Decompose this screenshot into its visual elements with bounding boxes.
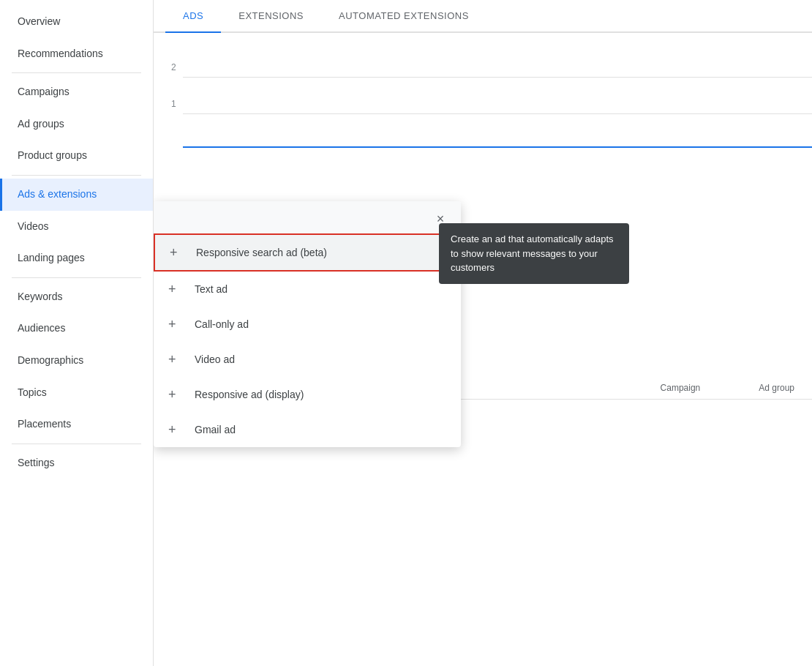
dropdown-item-label: Responsive ad (display) — [195, 389, 304, 400]
sidebar-divider — [12, 72, 141, 73]
plus-icon: + — [170, 245, 184, 260]
dropdown-item-label: Call-only ad — [195, 318, 249, 330]
sidebar-divider — [12, 175, 141, 176]
chart-area: 2 1 — [154, 33, 812, 179]
sidebar-item-campaigns[interactable]: Campaigns — [0, 76, 153, 108]
chart-blue-line — [183, 146, 812, 148]
sidebar: OverviewRecommendationsCampaignsAd group… — [0, 0, 154, 666]
plus-icon: + — [168, 282, 183, 296]
tabs-bar: ADSEXTENSIONSAUTOMATED EXTENSIONS — [154, 0, 812, 33]
sidebar-item-audiences[interactable]: Audiences — [0, 313, 153, 345]
campaign-column-header: Campaign — [661, 383, 701, 393]
sidebar-item-ads-extensions[interactable]: Ads & extensions — [0, 179, 153, 211]
dropdown-item-responsive-ad-display[interactable]: +Responsive ad (display) — [154, 377, 461, 412]
dropdown-header: × — [154, 201, 461, 233]
dropdown-item-label: Video ad — [195, 353, 235, 365]
dropdown-item-text-ad[interactable]: +Text ad — [154, 272, 461, 307]
sidebar-item-topics[interactable]: Topics — [0, 377, 153, 409]
sidebar-item-product-groups[interactable]: Product groups — [0, 140, 153, 172]
sidebar-item-recommendations[interactable]: Recommendations — [0, 38, 153, 70]
dropdown-item-label: Responsive search ad (beta) — [196, 247, 327, 258]
dropdown-item-label: Gmail ad — [195, 424, 236, 435]
tab-ads[interactable]: ADS — [165, 0, 221, 31]
dropdown-item-call-only-ad[interactable]: +Call-only ad — [154, 307, 461, 342]
dropdown-item-gmail-ad[interactable]: +Gmail ad — [154, 412, 461, 447]
sidebar-divider — [12, 444, 141, 444]
sidebar-divider — [12, 277, 141, 278]
main-content: ADSEXTENSIONSAUTOMATED EXTENSIONS 2 1 × … — [154, 0, 812, 666]
sidebar-item-overview[interactable]: Overview — [0, 6, 153, 38]
tab-automated-extensions[interactable]: AUTOMATED EXTENSIONS — [321, 0, 486, 31]
dropdown-item-responsive-search-ad[interactable]: +Responsive search ad (beta) — [154, 233, 461, 272]
sidebar-item-placements[interactable]: Placements — [0, 408, 153, 441]
tooltip: Create an ad that automatically adapts t… — [439, 223, 629, 284]
ad-group-column-header: Ad group — [759, 383, 794, 393]
plus-icon: + — [168, 387, 183, 402]
plus-icon: + — [168, 317, 183, 332]
dropdown-menu: × +Responsive search ad (beta)+Text ad+C… — [154, 201, 461, 447]
chart-grid-mid — [183, 113, 812, 114]
tab-extensions[interactable]: EXTENSIONS — [221, 0, 321, 31]
sidebar-item-ad-groups[interactable]: Ad groups — [0, 108, 153, 141]
sidebar-item-keywords[interactable]: Keywords — [0, 281, 153, 313]
chart-y-label-1: 1 — [171, 99, 176, 109]
dropdown-item-label: Text ad — [195, 283, 228, 295]
dropdown-item-video-ad[interactable]: +Video ad — [154, 342, 461, 377]
sidebar-item-videos[interactable]: Videos — [0, 211, 153, 243]
chart-grid-top — [183, 77, 812, 78]
sidebar-item-landing-pages[interactable]: Landing pages — [0, 242, 153, 274]
plus-icon: + — [168, 352, 183, 367]
plus-icon: + — [168, 422, 183, 437]
sidebar-item-settings[interactable]: Settings — [0, 447, 153, 479]
sidebar-item-demographics[interactable]: Demographics — [0, 345, 153, 377]
chart-y-label-2: 2 — [171, 62, 176, 72]
